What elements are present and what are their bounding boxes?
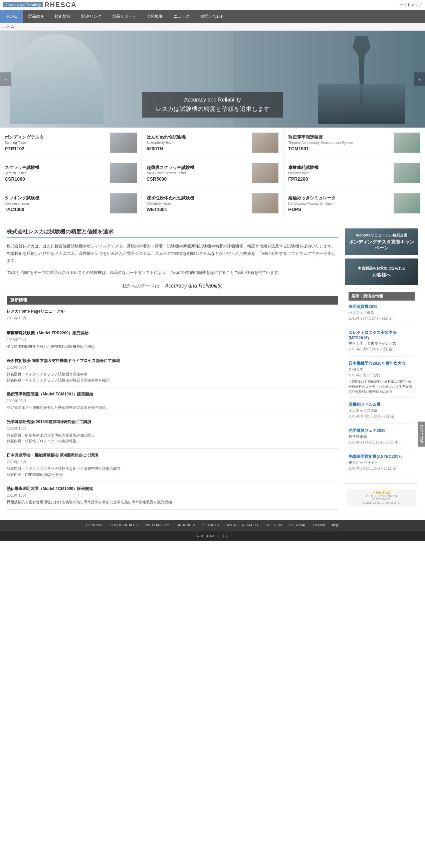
main-body-para2: "精度と信頼"をテーマに製品化されるレスカの試験機は、高品位なハード＆ソフトによ… bbox=[7, 269, 338, 277]
product-subtitle: Tackiness Tester bbox=[5, 202, 107, 206]
product-title: ボンディングテスタ bbox=[5, 134, 107, 140]
event-venue: インテックス大阪 bbox=[349, 408, 415, 413]
product-image bbox=[110, 132, 137, 153]
news-item-title: 光学薄膜研究会 2015年度第3回研究会にて講演 bbox=[7, 419, 338, 425]
product-image bbox=[110, 193, 137, 213]
footer-friction[interactable]: FRICTION bbox=[265, 523, 282, 528]
product-model: HDPS bbox=[288, 207, 390, 212]
news-item-1[interactable]: 摩擦摩耗試験機（Model:FPR2200）販売開始 2016年09月 温度環境… bbox=[7, 326, 338, 354]
product-title: 摩擦摩耗試験機 bbox=[288, 165, 390, 170]
hero-prev-button[interactable]: ‹ bbox=[0, 72, 11, 86]
product-card-csr5000[interactable]: 超薄膜スクラッチ試験機 Nano-Layer Scratch Tester CS… bbox=[142, 158, 284, 188]
product-title: はんだぬれ性試験機 bbox=[146, 134, 249, 140]
page-top-button[interactable]: PAGE TOP bbox=[418, 422, 425, 446]
event-title[interactable]: 高機能フィルム展 bbox=[349, 402, 415, 407]
product-image bbox=[394, 132, 420, 153]
product-card-csr1000[interactable]: スクラッチ試験機 Scratch Tester CSR1000 bbox=[0, 158, 141, 188]
nav-home[interactable]: HOME bbox=[0, 10, 23, 23]
events-box-title: 展示・講演会情報 bbox=[349, 292, 415, 301]
event-note: 【W04100】機械材料・材料加工部門企画 医療材料のコーティング材における界面… bbox=[349, 379, 415, 394]
footer-thermal[interactable]: THERMAL bbox=[289, 523, 306, 528]
event-title[interactable]: 先端表面技術展(ASTEC2017) bbox=[349, 454, 415, 460]
geo-badge[interactable]: ✓ GeoTrust VERIFIED BY GeoTrust RHESCA C… bbox=[345, 487, 418, 508]
content-right-sidebar: WebSiteリニューアル特別企画 ボンディングテスタ買替キャンペーン 中古製品… bbox=[345, 228, 418, 509]
hero-banner: ‹ › Accuracy and Reliability レスカは試験機の精度と… bbox=[0, 31, 425, 128]
footer-bonding[interactable]: BONDING bbox=[86, 523, 103, 528]
footer-english[interactable]: English bbox=[313, 523, 325, 528]
product-model: TCM1001 bbox=[288, 146, 390, 151]
news-item-date: 2016年10月 bbox=[7, 316, 338, 321]
product-info: 熱伝導率測定装置 Thermal Conductivity Measuremen… bbox=[288, 134, 390, 151]
footer-solderability[interactable]: SOLDERABILITY bbox=[110, 523, 138, 528]
nav-news[interactable]: ニュース bbox=[168, 10, 195, 23]
product-model: FPR2200 bbox=[288, 176, 390, 182]
event-date: 2016年9月8日(木)～9日(金) bbox=[349, 347, 415, 352]
product-image bbox=[394, 163, 420, 183]
product-card-tcm1001[interactable]: 熱伝導率測定装置 Thermal Conductivity Measuremen… bbox=[284, 128, 425, 158]
footer-wettability[interactable]: WETTABILITY bbox=[145, 523, 169, 528]
event-item-3[interactable]: 高機能フィルム展 インテックス大阪 2016年10月5日(水)～7日(金) bbox=[349, 402, 415, 424]
event-date: 2016年9月12日(月) bbox=[349, 373, 415, 378]
news-item-6[interactable]: 熱伝導率測定装置（Model:TCM1000）販売開始 2013年10月 界面熱… bbox=[7, 482, 338, 509]
footer-bottom: RHESCA CO.,LTD. bbox=[0, 531, 425, 541]
nav-products[interactable]: 製品紹介 bbox=[23, 10, 50, 23]
news-item-0[interactable]: レスカHome Pageリニューアル 2016年10月 bbox=[7, 305, 338, 326]
nav-contact[interactable]: お問い合わせ bbox=[195, 10, 230, 23]
news-section-title: 更新情報 bbox=[7, 296, 338, 305]
footer-tackiness[interactable]: TACKINESS bbox=[176, 523, 197, 528]
main-nav: HOME 製品紹介 技術情報 関連リンク 製品サポート 会社概要 ニュース お問… bbox=[0, 10, 425, 23]
promo-banner-2[interactable]: 中古製品をお求めになられる お客様へ bbox=[345, 258, 418, 285]
product-image bbox=[394, 193, 420, 213]
product-info: 摩擦摩耗試験機 Friction Player FPR2200 bbox=[288, 165, 390, 182]
product-image bbox=[252, 193, 279, 213]
product-subtitle: Thermal Conductivity Measurement System bbox=[288, 141, 390, 145]
hero-en-text: Accuracy and Reliability bbox=[156, 97, 270, 103]
event-date: 2016年11月15日(火)～17日(木) bbox=[349, 440, 415, 445]
event-venue: 九州大学 bbox=[349, 367, 415, 372]
event-title[interactable]: 光学薄膜フェア2016 bbox=[349, 428, 415, 434]
event-date: 2016年9月7日(水)～9日(金) bbox=[349, 316, 415, 321]
footer-micro-scratch[interactable]: MICRO SCRATCH bbox=[227, 523, 258, 528]
hero-next-button[interactable]: › bbox=[414, 72, 425, 86]
event-title[interactable]: エレクトロニクス実装学会(MES2016) bbox=[349, 330, 415, 340]
footer-scratch[interactable]: SCRATCH bbox=[203, 523, 220, 528]
theme-prefix: 私たちのテーマは bbox=[122, 283, 160, 288]
event-date: 2017年2月15日(水)～17日(金) bbox=[349, 466, 415, 471]
news-item-body: 発表題目：樹脂基材上の光学薄膜の密着性評価に関し 発表内容：信頼性プロジェクトの… bbox=[7, 433, 338, 444]
news-item-3[interactable]: 熱伝導率測定装置（Model:TCM1001）販売開始 2016年06月 測定物… bbox=[7, 388, 338, 415]
news-section: 更新情報 レスカHome Pageリニューアル 2016年10月 摩擦摩耗試験機… bbox=[7, 296, 338, 509]
product-card-5200tn[interactable]: はんだぬれ性試験機 Solderability Tester 5200TN bbox=[142, 128, 284, 158]
nav-links[interactable]: 関連リンク bbox=[76, 10, 107, 23]
product-model: 5200TN bbox=[146, 146, 249, 151]
footer-chinese[interactable]: 中文 bbox=[331, 523, 339, 528]
promo-banner-1-main: ボンディングテスタ買替キャンペーン bbox=[348, 239, 416, 251]
event-item-0[interactable]: 表面改質展2016 パシフィコ横浜 2016年9月7日(水)～9日(金) bbox=[349, 304, 415, 326]
sitemap-link[interactable]: サイトマップ bbox=[400, 2, 422, 7]
product-card-fpr2200[interactable]: 摩擦摩耗試験機 Friction Player FPR2200 bbox=[284, 158, 425, 188]
news-item-2[interactable]: 表面技術協会 関東支部＆材料機能ドライプロセス部会にて講演 2016年07月 発… bbox=[7, 354, 338, 388]
news-item-date: 2015年10月 bbox=[7, 426, 338, 431]
event-item-2[interactable]: 日本機械学会2016年度年次大会 九州大学 2016年9月12日(月) 【W04… bbox=[349, 361, 415, 398]
product-subtitle: Hot Dipping Process Simulator bbox=[288, 202, 390, 206]
product-info: スクラッチ試験機 Scratch Tester CSR1000 bbox=[5, 165, 107, 182]
event-item-1[interactable]: エレクトロニクス実装学会(MES2016) 中京大学 名古屋キャンパス 2016… bbox=[349, 330, 415, 357]
logo-text: RHESCA bbox=[44, 1, 76, 9]
product-card-hdps[interactable]: 溶融めっきシミュレータ Hot Dipping Process Simulato… bbox=[284, 188, 425, 218]
event-item-4[interactable]: 光学薄膜フェア2016 科学技術館 2016年11月15日(火)～17日(木) bbox=[349, 428, 415, 450]
nav-tech[interactable]: 技術情報 bbox=[50, 10, 76, 23]
news-item-4[interactable]: 光学薄膜研究会 2015年度第3回研究会にて講演 2015年10月 発表題目：樹… bbox=[7, 415, 338, 448]
product-model: CSR5000 bbox=[146, 176, 249, 182]
product-title: 熱伝導率測定装置 bbox=[288, 134, 390, 140]
news-item-5[interactable]: 日本真空学会・機能薄膜部会 第4回研究会にて講演 2015年05月 発表題目：マ… bbox=[7, 448, 338, 482]
breadcrumb: ホーム bbox=[0, 23, 425, 31]
product-card-tac1000[interactable]: タッキング試験機 Tackiness Tester TAC1000 bbox=[0, 188, 141, 218]
event-item-5[interactable]: 先端表面技術展(ASTEC2017) 東京ビッグサイト 2017年2月15日(水… bbox=[349, 454, 415, 476]
news-item-title: 熱伝導率測定装置（Model:TCM1001）販売開始 bbox=[7, 392, 338, 397]
nav-support[interactable]: 製品サポート bbox=[107, 10, 141, 23]
event-title[interactable]: 日本機械学会2016年度年次大会 bbox=[349, 361, 415, 366]
product-card-wet1001[interactable]: 疎水性粉体ぬれ性試験機 Wettability Tester WET1001 bbox=[142, 188, 284, 218]
event-title[interactable]: 表面改質展2016 bbox=[349, 304, 415, 310]
product-card-ptr1102[interactable]: ボンディングテスタ Bonding Tester PTR1102 bbox=[0, 128, 141, 158]
promo-banner-1[interactable]: WebSiteリニューアル特別企画 ボンディングテスタ買替キャンペーン bbox=[345, 228, 418, 255]
nav-company[interactable]: 会社概要 bbox=[141, 10, 168, 23]
